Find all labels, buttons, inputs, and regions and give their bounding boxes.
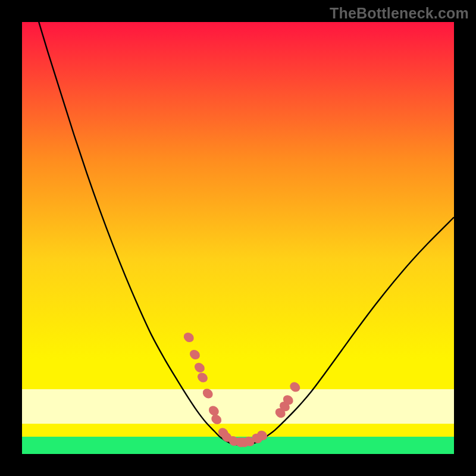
chart-container: TheBottleneck.com: [0, 0, 476, 476]
bottleneck-chart: [0, 0, 476, 476]
pale-yellow-band: [22, 389, 454, 424]
watermark-text: TheBottleneck.com: [330, 5, 469, 22]
